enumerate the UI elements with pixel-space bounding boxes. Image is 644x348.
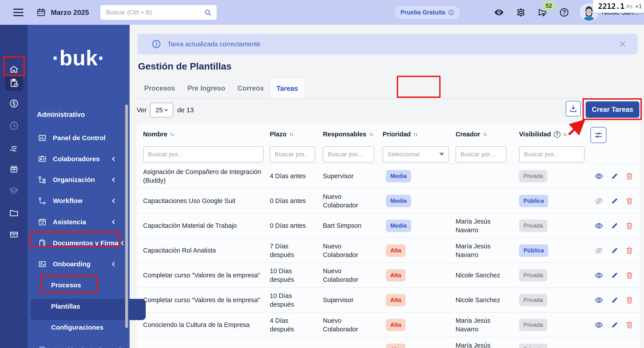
delete-trash-icon[interactable] (625, 197, 634, 205)
table-body: Asignación de Compañero de Integración (… (136, 163, 640, 348)
view-icon[interactable] (594, 296, 603, 305)
delete-trash-icon[interactable] (625, 320, 634, 329)
gift-rail-item[interactable] (5, 161, 23, 177)
column-header-nombre[interactable]: Nombre↑↓ (143, 131, 174, 138)
download-button[interactable] (566, 101, 581, 116)
tab-divider (136, 98, 640, 99)
filter-input-responsables[interactable] (323, 146, 374, 162)
table-row: Capacitación Rol Analista 7 Días después… (136, 238, 640, 262)
edit-pencil-icon[interactable] (610, 271, 619, 280)
edit-pencil-icon[interactable] (610, 172, 619, 181)
create-tasks-button[interactable]: Crear Tareas (586, 101, 639, 118)
search-icon[interactable] (204, 9, 212, 17)
page-size-value: 25 (156, 106, 163, 114)
grad-cap-rail-item[interactable] (5, 183, 23, 199)
sidebar-item-workflow[interactable]: Workflow (28, 193, 130, 209)
search-input[interactable] (100, 5, 217, 20)
sort-icon[interactable]: ↑↓ (369, 131, 373, 137)
view-icon[interactable] (594, 221, 603, 230)
filter-input-plazo[interactable] (270, 146, 315, 162)
sidebar-item-label: Colaboradores (53, 155, 100, 163)
announcements-button[interactable]: 52 (538, 7, 548, 18)
delete-trash-icon[interactable] (625, 296, 634, 305)
column-header-responsables[interactable]: Responsables↑↓ (323, 131, 373, 138)
cell-prioridad: Media (386, 164, 411, 189)
cell-nombre: Capacitación Material de Trabajo (143, 213, 268, 238)
edit-pencil-icon[interactable] (610, 320, 619, 329)
help-icon[interactable] (559, 7, 569, 18)
calendar-icon[interactable] (36, 8, 46, 17)
coin-rail-item[interactable] (5, 96, 23, 112)
delete-trash-icon[interactable] (625, 246, 634, 255)
view-disabled-icon (594, 197, 603, 205)
view-icon[interactable] (594, 320, 603, 329)
filter-input-creador[interactable] (456, 146, 506, 162)
delete-trash-icon[interactable] (625, 172, 634, 181)
sidebar-item-gestión-de-activos[interactable]: Gestión de Activos (28, 342, 130, 348)
sidebar-item-plantillas[interactable]: Plantillas (28, 299, 130, 314)
app-screen: Marzo 2025 Prueba Gratuita 52 (0, 0, 644, 348)
tab-procesos[interactable]: Procesos (138, 78, 181, 98)
view-icon[interactable] (594, 271, 603, 280)
sort-icon[interactable]: ↑↓ (483, 131, 486, 137)
tab-pre-ingreso[interactable]: Pre Ingreso (181, 78, 232, 98)
close-icon[interactable] (618, 40, 627, 48)
orgchart-icon (38, 175, 47, 184)
clock-rail-item[interactable] (5, 118, 23, 134)
sort-icon[interactable]: ↑↓ (170, 131, 174, 137)
column-header-plazo[interactable]: Plazo↑↓ (270, 131, 293, 138)
sidebar: ·buk· Administrativo Panel de ControlCol… (28, 25, 130, 348)
cabinet-rail-item[interactable] (5, 226, 23, 242)
sidebar-item-configuraciones[interactable]: Configuraciones (28, 320, 130, 335)
sidebar-item-organización[interactable]: Organización (28, 172, 130, 187)
tab-tareas[interactable]: Tareas (270, 78, 304, 98)
sort-icon[interactable]: ↑↓ (289, 131, 293, 137)
edit-pencil-icon[interactable] (610, 221, 619, 230)
trial-badge[interactable]: Prueba Gratuita (395, 6, 460, 19)
docs-icon (38, 239, 47, 247)
column-header-visibilidad[interactable]: Visibilidad?↑↓ (519, 131, 567, 138)
tab-correos[interactable]: Correos (231, 78, 270, 98)
cell-visibilidad: Privada (519, 312, 547, 337)
eye-icon[interactable] (494, 7, 504, 18)
edit-pencil-icon[interactable] (610, 197, 619, 205)
delete-trash-icon[interactable] (625, 271, 634, 280)
sort-icon[interactable]: ↑↓ (563, 131, 567, 137)
ai-sparkle-icon[interactable] (472, 7, 482, 18)
sidebar-item-panel-de-control[interactable]: Panel de Control (28, 130, 130, 146)
filter-input-nombre[interactable] (143, 146, 264, 162)
sidebar-item-onboarding[interactable]: Onboarding (28, 256, 130, 272)
page-size-select[interactable]: 25 (150, 103, 173, 117)
column-header-creador[interactable]: Creador↑↓ (456, 131, 486, 138)
help-circle-icon[interactable]: ? (554, 131, 560, 138)
edit-pencil-icon[interactable] (610, 296, 619, 305)
settings-gear-icon[interactable] (516, 7, 526, 18)
column-header-prioridad[interactable]: Prioridad↑↓ (382, 131, 417, 138)
edit-pencil-icon[interactable] (610, 246, 619, 255)
delete-trash-icon[interactable] (625, 221, 634, 230)
visibility-badge: Pública (519, 195, 548, 207)
hand-heart-rail-item[interactable] (5, 140, 23, 156)
sidebar-item-documentos-y-firma[interactable]: Documentos y Firma (28, 235, 130, 251)
sidebar-scrollbar[interactable] (125, 105, 128, 328)
icon-rail (0, 25, 28, 348)
lock-icon (116, 346, 124, 348)
hamburger-menu-icon[interactable] (13, 9, 24, 16)
column-settings-button[interactable] (590, 127, 606, 143)
filter-input-visibilidad[interactable] (519, 146, 584, 162)
cell-nombre: Asignación de Compañero de Integración (… (143, 164, 268, 189)
cell-visibilidad: Privada (519, 213, 547, 238)
view-icon[interactable] (594, 172, 603, 181)
sort-icon[interactable]: ↑↓ (413, 131, 417, 137)
clipboard-clock-rail-item[interactable] (5, 75, 23, 91)
sidebar-item-procesos[interactable]: Procesos (28, 277, 130, 293)
calcheck-icon (38, 218, 47, 226)
column-label: Plazo (270, 131, 286, 138)
sidebar-item-colaboradores[interactable]: Colaboradores (28, 151, 130, 167)
period-label[interactable]: Marzo 2025 (51, 9, 89, 17)
sidebar-item-asistencia[interactable]: Asistencia (28, 214, 130, 230)
folder-rail-item[interactable] (5, 205, 23, 221)
banner-text: Tarea actualizada correctamente (168, 41, 260, 48)
filter-select-prioridad[interactable]: Seleccionar (382, 146, 449, 162)
success-banner: Tarea actualizada correctamente (137, 34, 637, 55)
